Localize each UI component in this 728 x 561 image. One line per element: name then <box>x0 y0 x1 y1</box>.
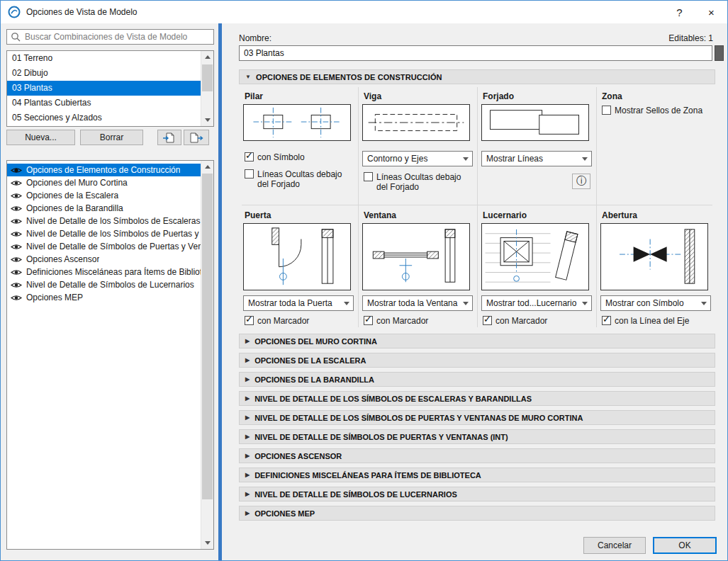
section-header-detalle-puertas-int[interactable]: ▶ NIVEL DE DETALLE DE SÍMBOLOS DE PUERTA… <box>239 429 715 444</box>
lucernario-display-dropdown[interactable]: Mostrar tod...Lucernario <box>481 295 592 311</box>
scrollbar-thumb[interactable] <box>202 174 213 499</box>
list-item[interactable]: 04 Plantas Cubiertas <box>7 96 201 110</box>
cancel-button[interactable]: Cancelar <box>583 537 646 554</box>
section-title: NIVEL DE DETALLE DE LOS SÍMBOLOS DE ESCA… <box>254 395 532 403</box>
help-button[interactable]: ? <box>663 1 695 23</box>
editables-count: Editables: 1 <box>668 33 713 43</box>
section-title: DEFINICIONES MISCELÁNEAS PARA ÍTEMS DE B… <box>254 471 481 480</box>
checkbox-box <box>602 106 611 115</box>
option-row[interactable]: Nivel de Detalle de Símbolos de Puertas … <box>7 240 201 253</box>
eye-icon[interactable] <box>11 294 22 302</box>
pilar-lineas-ocultas-checkbox[interactable]: Líneas Ocultas debajo del Forjado <box>245 169 352 189</box>
export-icon <box>189 132 203 143</box>
name-input[interactable] <box>239 45 712 61</box>
option-row[interactable]: Opciones Ascensor <box>7 253 201 266</box>
eye-icon[interactable] <box>11 192 22 200</box>
abertura-display-dropdown[interactable]: Mostrar con Símbolo <box>600 295 711 311</box>
dropdown-value: Mostrar tod...Lucernario <box>486 298 578 308</box>
eye-icon[interactable] <box>11 243 22 251</box>
export-button[interactable] <box>184 130 209 145</box>
scroll-down-icon[interactable] <box>201 114 213 126</box>
viga-lineas-ocultas-checkbox[interactable]: Líneas Ocultas debajo del Forjado <box>364 172 471 192</box>
option-label: Nivel de Detalle de los Símbolos de Puer… <box>26 229 201 239</box>
option-row[interactable]: Opciones del Muro Cortina <box>7 176 201 189</box>
option-row[interactable]: Nivel de Detalle de los Símbolos de Puer… <box>7 227 201 240</box>
section-header-escalera[interactable]: ▶ OPCIONES DE LA ESCALERA <box>239 353 715 368</box>
eye-icon[interactable] <box>11 268 22 276</box>
section-header-detalle-puertas-muro-cortina[interactable]: ▶ NIVEL DE DETALLE DE LOS SÍMBOLOS DE PU… <box>239 410 715 425</box>
ventana-display-dropdown[interactable]: Mostrar toda la Ventana <box>362 295 473 311</box>
close-button[interactable]: × <box>695 1 727 23</box>
section-title: NIVEL DE DETALLE DE LOS SÍMBOLOS DE PUER… <box>254 414 583 422</box>
section-header-construction[interactable]: ▼ OPCIONES DE ELEMENTOS DE CONSTRUCCIÓN <box>239 69 715 84</box>
section-title: OPCIONES ASCENSOR <box>254 452 342 460</box>
eye-icon[interactable] <box>11 281 22 289</box>
mostrar-sellos-zona-checkbox[interactable]: Mostrar Sellos de Zona <box>602 106 710 115</box>
section-header-detalle-escaleras[interactable]: ▶ NIVEL DE DETALLE DE LOS SÍMBOLOS DE ES… <box>239 391 715 406</box>
info-icon: ⓘ <box>576 175 586 188</box>
scroll-down-icon[interactable] <box>201 537 213 549</box>
abertura-preview <box>600 223 708 290</box>
ok-button-label: OK <box>678 540 690 550</box>
checkbox-box <box>364 316 373 325</box>
eye-icon[interactable] <box>11 230 22 238</box>
ventana-con-marcador-checkbox[interactable]: con Marcador <box>364 316 471 326</box>
option-row[interactable]: Opciones de la Escalera <box>7 189 201 202</box>
construction-options-panel: Pilar con Símbolo Líneas Ocultas debajo … <box>239 84 715 330</box>
puerta-con-marcador-checkbox[interactable]: con Marcador <box>245 316 352 326</box>
window-title: Opciones de Vista de Modelo <box>26 1 138 23</box>
options-list-scrollbar[interactable] <box>201 161 213 549</box>
option-row[interactable]: Definiciones Misceláneas para Ítems de B… <box>7 266 201 278</box>
combination-list-scrollbar[interactable] <box>201 51 213 126</box>
archicad-logo-icon <box>8 6 21 18</box>
option-row-selected[interactable]: Opciones de Elementos de Construcción <box>7 164 201 176</box>
lucernario-preview <box>481 223 589 290</box>
new-button[interactable]: Nueva... <box>6 130 75 145</box>
chevron-right-icon: ▶ <box>245 510 250 516</box>
option-row[interactable]: Nivel de Detalle de los Símbolos de Esca… <box>7 215 201 227</box>
import-button[interactable] <box>157 130 181 145</box>
section-header-muro-cortina[interactable]: ▶ OPCIONES DEL MURO CORTINA <box>239 334 715 348</box>
section-header-ascensor[interactable]: ▶ OPCIONES ASCENSOR <box>239 448 715 463</box>
delete-button[interactable]: Borrar <box>80 130 143 145</box>
checkbox-label: con Símbolo <box>257 152 305 162</box>
con-simbolo-checkbox[interactable]: con Símbolo <box>245 152 352 162</box>
puerta-display-dropdown[interactable]: Mostrar toda la Puerta <box>243 295 354 311</box>
abertura-linea-eje-checkbox[interactable]: con la Línea del Eje <box>602 316 710 326</box>
list-item[interactable]: 02 Dibujo <box>7 66 201 81</box>
scroll-up-icon[interactable] <box>201 161 213 173</box>
section-header-mep[interactable]: ▶ OPCIONES MEP <box>239 506 715 521</box>
eye-icon[interactable] <box>11 166 22 174</box>
scrollbar-thumb[interactable] <box>202 64 213 91</box>
chevron-down-icon <box>459 302 472 305</box>
name-side-button[interactable] <box>715 45 724 61</box>
lucernario-con-marcador-checkbox[interactable]: con Marcador <box>483 316 590 326</box>
section-header-barandilla[interactable]: ▶ OPCIONES DE LA BARANDILLA <box>239 372 715 387</box>
eye-icon[interactable] <box>11 217 22 225</box>
option-row[interactable]: Opciones de la Barandilla <box>7 202 201 215</box>
ok-button[interactable]: OK <box>653 537 717 554</box>
list-item-selected[interactable]: 03 Plantas <box>7 81 201 96</box>
eye-icon[interactable] <box>11 256 22 264</box>
list-item[interactable]: 01 Terreno <box>7 51 201 66</box>
forjado-display-dropdown[interactable]: Mostrar Líneas <box>481 151 592 166</box>
section-header-misc-biblioteca[interactable]: ▶ DEFINICIONES MISCELÁNEAS PARA ÍTEMS DE… <box>239 468 715 482</box>
eye-icon[interactable] <box>11 205 22 212</box>
option-row[interactable]: Nivel de Detalle de Símbolos de Lucernar… <box>7 278 201 291</box>
option-row[interactable]: Opciones MEP <box>7 291 201 304</box>
eye-icon[interactable] <box>11 179 22 187</box>
scroll-up-icon[interactable] <box>201 51 213 63</box>
puerta-title: Puerta <box>245 210 271 220</box>
options-list: Opciones de Elementos de Construcción Op… <box>6 160 214 550</box>
option-label: Nivel de Detalle de Símbolos de Puertas … <box>26 242 201 251</box>
list-item[interactable]: 05 Secciones y Alzados <box>7 110 201 125</box>
chevron-right-icon: ▶ <box>245 453 250 459</box>
section-title: OPCIONES MEP <box>254 509 315 518</box>
chevron-right-icon: ▶ <box>245 395 250 402</box>
info-button[interactable]: ⓘ <box>572 174 590 189</box>
section-header-detalle-lucernarios[interactable]: ▶ NIVEL DE DETALLE DE SÍMBOLOS DE LUCERN… <box>239 487 715 502</box>
panel-splitter[interactable] <box>218 23 222 561</box>
option-label: Nivel de Detalle de Símbolos de Lucernar… <box>26 280 194 290</box>
search-input[interactable] <box>23 31 213 42</box>
viga-display-dropdown[interactable]: Contorno y Ejes <box>362 151 473 166</box>
